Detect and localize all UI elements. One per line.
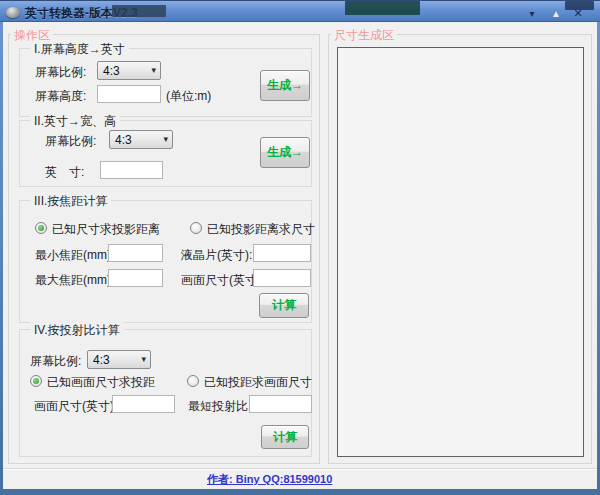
screen-ratio-select[interactable]: 4:3 ▾ [97, 61, 161, 80]
section-1-title: I.屏幕高度→英寸 [30, 41, 129, 58]
generate-button-2[interactable]: 生成→ [260, 137, 310, 168]
section-2-frame: II.英寸→宽、高 屏幕比例: 4:3 ▾ 英 寸: 生成→ [19, 120, 312, 187]
max-focal-label: 最大焦距(mm): [35, 272, 114, 289]
inch-input[interactable] [100, 161, 163, 179]
min-focal-label: 最小焦距(mm): [35, 247, 114, 264]
close-button[interactable]: ✕ [568, 6, 588, 21]
throw-ratio-label: 最短投射比: [188, 398, 251, 415]
inch-label: 英 寸: [45, 164, 84, 181]
app-icon [6, 7, 20, 18]
titlebar: 英寸转换器-版本V2.3 ▾ ▲ ✕ [0, 0, 600, 22]
section-3-frame: III.按焦距计算 已知尺寸求投影距离 已知投影距离求尺寸 最小焦距(mm): … [19, 200, 312, 323]
result-area-label: 尺寸生成区 [331, 27, 397, 44]
radio-known-distance[interactable] [190, 222, 202, 234]
unit-hint: (单位:m) [166, 88, 211, 105]
radio-known-distance-label[interactable]: 已知投影距离求尺寸 [207, 221, 315, 238]
titlebar-artifact [112, 5, 166, 17]
minimize-icon: ▾ [529, 8, 534, 19]
footer-divider [3, 468, 597, 470]
screen-ratio-label: 屏幕比例: [35, 64, 86, 81]
screen-ratio-label-4: 屏幕比例: [30, 353, 81, 370]
section-3-title: III.按焦距计算 [30, 193, 111, 210]
window-body: 操作区 I.屏幕高度→英寸 屏幕比例: 4:3 ▾ 屏幕高度: (单位:m) 生… [3, 22, 597, 489]
section-2-title: II.英寸→宽、高 [30, 113, 120, 130]
titlebar-artifact [345, 1, 420, 15]
app-window: 英寸转换器-版本V2.3 ▾ ▲ ✕ 操作区 I.屏幕高度→英寸 屏幕比例: 4… [0, 0, 600, 495]
screen-size-input-3[interactable] [253, 269, 311, 287]
screen-ratio-label-2: 屏幕比例: [45, 133, 96, 150]
screen-ratio-value-2: 4:3 [115, 133, 132, 147]
lcd-label: 液晶片(英寸): [181, 247, 252, 264]
radio-known-throw[interactable] [187, 375, 199, 387]
throw-ratio-input[interactable] [249, 395, 312, 413]
radio-known-screen-size[interactable] [30, 375, 42, 387]
generate-button-1-label: 生成→ [267, 77, 303, 94]
screen-ratio-select-4[interactable]: 4:3 ▾ [87, 350, 151, 369]
lcd-input[interactable] [253, 244, 311, 262]
calc-button-4[interactable]: 计算 [261, 425, 309, 449]
generate-button-1[interactable]: 生成→ [260, 70, 310, 101]
screen-size-input-4[interactable] [112, 395, 175, 413]
operation-area-group: 操作区 I.屏幕高度→英寸 屏幕比例: 4:3 ▾ 屏幕高度: (单位:m) 生… [8, 34, 320, 464]
radio-known-size[interactable] [35, 222, 47, 234]
screen-size-label-3: 画面尺寸(英寸): [181, 272, 264, 289]
screen-height-label: 屏幕高度: [35, 88, 86, 105]
max-focal-input[interactable] [108, 269, 163, 287]
radio-known-screen-size-label[interactable]: 已知画面尺寸求投距 [47, 374, 155, 391]
calc-button-3-label: 计算 [272, 297, 296, 314]
screen-size-label-4: 画面尺寸(英寸): [34, 398, 117, 415]
calc-button-3[interactable]: 计算 [259, 293, 309, 318]
section-1-frame: I.屏幕高度→英寸 屏幕比例: 4:3 ▾ 屏幕高度: (单位:m) 生成→ [19, 48, 312, 117]
radio-known-throw-label[interactable]: 已知投距求画面尺寸 [204, 374, 312, 391]
chevron-down-icon: ▾ [163, 134, 168, 144]
min-focal-input[interactable] [108, 244, 163, 262]
maximize-icon: ▲ [551, 8, 561, 19]
calc-button-4-label: 计算 [273, 429, 297, 446]
result-display-box[interactable] [337, 47, 584, 457]
chevron-down-icon: ▾ [141, 354, 146, 364]
screen-ratio-value: 4:3 [103, 64, 120, 78]
section-4-frame: IV.按投射比计算 屏幕比例: 4:3 ▾ 已知画面尺寸求投距 已知投距求画面尺… [19, 329, 312, 457]
generate-button-2-label: 生成→ [267, 144, 303, 161]
radio-known-size-label[interactable]: 已知尺寸求投影距离 [52, 221, 160, 238]
author-link[interactable]: 作者: Biny QQ:81599010 [207, 472, 332, 487]
screen-height-input[interactable] [97, 85, 161, 103]
section-4-title: IV.按投射比计算 [30, 322, 124, 339]
close-icon: ✕ [573, 7, 582, 19]
minimize-button[interactable]: ▾ [522, 6, 542, 21]
chevron-down-icon: ▾ [151, 65, 156, 75]
screen-ratio-select-2[interactable]: 4:3 ▾ [109, 130, 173, 149]
screen-ratio-value-4: 4:3 [93, 353, 110, 367]
maximize-button[interactable]: ▲ [546, 6, 566, 21]
